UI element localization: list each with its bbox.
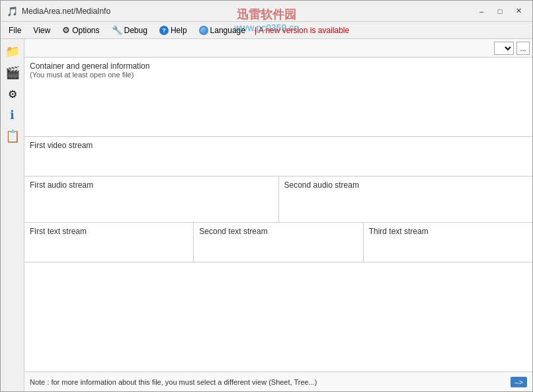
text-panel-1: First text stream: [24, 223, 193, 262]
sidebar: 📁 🎬 ⚙ ℹ 📋: [1, 39, 24, 391]
view-label: View: [33, 26, 50, 35]
menu-debug[interactable]: 🔧 Debug: [106, 23, 153, 37]
menu-options[interactable]: ⚙ Options: [57, 23, 104, 37]
folder-icon: 📁: [5, 44, 20, 59]
spacer: [24, 262, 532, 372]
menu-help[interactable]: ? Help: [154, 24, 192, 37]
title-bar: 🎵 MediaArea.net/MediaInfo – □ ✕: [1, 1, 532, 22]
main-window: 🎵 MediaArea.net/MediaInfo – □ ✕ 迅雷软件园 ww…: [0, 0, 533, 392]
app-icon: 🎵: [6, 5, 18, 17]
file-label: File: [9, 26, 21, 35]
container-subtitle: (You must at least open one file): [30, 71, 527, 79]
text-title-2: Second text stream: [199, 227, 357, 236]
container-title: Container and general information: [30, 61, 527, 71]
minimize-button[interactable]: –: [473, 3, 490, 19]
options-label: Options: [72, 26, 99, 35]
text-panel-3: Third text stream: [363, 223, 532, 262]
debug-icon: 🔧: [112, 25, 122, 35]
more-icon: ...: [520, 44, 526, 52]
main-layout: 📁 🎬 ⚙ ℹ 📋 ...: [1, 39, 532, 391]
maximize-button[interactable]: □: [491, 3, 509, 19]
menu-bar: File View ⚙ Options 🔧 Debug ? Help Langu…: [1, 22, 532, 39]
note-text: Note : for more information about this f…: [30, 378, 317, 386]
text-title-1: First text stream: [30, 227, 188, 236]
video-panel: First video stream: [24, 137, 532, 176]
sidebar-film-button[interactable]: 🎬: [3, 63, 22, 83]
debug-label: Debug: [124, 26, 147, 35]
audio-panel-2: Second audio stream: [278, 176, 533, 222]
copy-icon: 📋: [5, 129, 20, 143]
container-panel: Container and general information (You m…: [24, 58, 532, 137]
audio-row: First audio stream Second audio stream: [24, 176, 532, 223]
video-title: First video stream: [30, 141, 527, 150]
sidebar-info-button[interactable]: ℹ: [3, 105, 22, 125]
film-icon: 🎬: [5, 65, 20, 80]
info-panels: Container and general information (You m…: [24, 58, 532, 391]
settings-icon: ⚙: [8, 88, 17, 100]
note-bar: Note : for more information about this f…: [24, 372, 532, 391]
more-button[interactable]: ...: [516, 42, 530, 55]
menu-language[interactable]: Language: [194, 24, 251, 37]
menu-view[interactable]: View: [28, 24, 56, 37]
globe-icon: [199, 26, 208, 35]
sidebar-open-button[interactable]: 📁: [3, 42, 22, 61]
toolbar-row: ...: [24, 39, 532, 58]
options-icon: ⚙: [62, 25, 70, 35]
audio-title-1: First audio stream: [30, 180, 273, 190]
close-button[interactable]: ✕: [510, 3, 527, 19]
sidebar-settings-button[interactable]: ⚙: [3, 84, 22, 104]
menu-file[interactable]: File: [3, 24, 26, 37]
note-arrow[interactable]: –>: [511, 377, 527, 387]
help-label: Help: [171, 26, 187, 35]
text-title-3: Third text stream: [369, 227, 527, 236]
text-panel-2: Second text stream: [193, 223, 362, 262]
info-icon: ℹ: [10, 108, 15, 122]
language-label: Language: [210, 26, 245, 35]
title-bar-text: MediaArea.net/MediaInfo: [22, 7, 473, 16]
view-dropdown[interactable]: [494, 42, 514, 55]
text-row: First text stream Second text stream Thi…: [24, 223, 532, 262]
sidebar-copy-button[interactable]: 📋: [3, 126, 22, 146]
audio-panel-1: First audio stream: [24, 176, 278, 222]
help-icon: ?: [159, 26, 169, 35]
audio-title-2: Second audio stream: [284, 180, 528, 190]
content-area: ... Container and general information (Y…: [24, 39, 532, 391]
new-version-notice: | A new version is available: [255, 26, 349, 35]
window-controls: – □ ✕: [473, 3, 527, 19]
